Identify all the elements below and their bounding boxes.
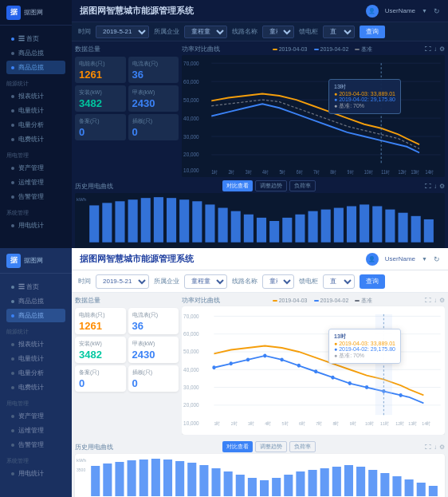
- svg-text:6时: 6时: [299, 420, 305, 425]
- legend-item-date2-2: 2019-04-02: [314, 298, 349, 303]
- sidebar-item-overview[interactable]: 商品总揽: [6, 46, 65, 60]
- svg-text:70,000: 70,000: [183, 60, 199, 66]
- legend-item-base: 基准: [355, 45, 372, 53]
- settings-icon2[interactable]: ⚙: [439, 297, 445, 304]
- svg-rect-49: [347, 206, 356, 242]
- time-label2: 时间: [78, 277, 91, 286]
- sidebar-item-ops[interactable]: 运维管理: [6, 176, 65, 189]
- sidebar-item-label: 商品总揽: [18, 49, 44, 57]
- settings-icon3[interactable]: ⚙: [439, 444, 445, 451]
- time-select[interactable]: 2019-5-21: [96, 26, 149, 38]
- download-icon2[interactable]: ↓: [434, 297, 437, 304]
- time-label: 时间: [78, 27, 91, 36]
- sidebar-item-label2: ☰ 首页: [18, 282, 39, 291]
- svg-rect-102: [128, 460, 136, 496]
- tab-load2[interactable]: 负荷率: [289, 441, 316, 452]
- sidebar-item-overview-active[interactable]: 商品总揽: [6, 61, 65, 74]
- svg-rect-116: [296, 471, 305, 496]
- bar-chart-header: 历史用电曲线 对比查看 调整趋势 负荷率 ⛶ ↓ ⚙: [75, 180, 445, 191]
- svg-text:4时: 4时: [262, 170, 269, 176]
- metric-cards: 电能表(只) 1261 电流表(只) 36 安装(kW) 3482 甲表(kW)…: [75, 57, 179, 140]
- nav-dot: [11, 167, 14, 170]
- expand-icon3[interactable]: ⛶: [425, 444, 431, 451]
- svg-text:kWh: kWh: [77, 458, 86, 463]
- sidebar-item-home2[interactable]: ☰ 首页: [6, 280, 65, 294]
- sidebar-item-label: 电量统计: [18, 106, 44, 115]
- bar-chart-tabs2: 对比查看 调整趋势 负荷率: [222, 441, 316, 452]
- sidebar-item-electricity2[interactable]: 电量统计: [6, 352, 65, 365]
- metric-label: 备案(只): [79, 117, 122, 125]
- sidebar-item-report2[interactable]: 报表统计: [6, 337, 65, 351]
- svg-rect-108: [199, 465, 208, 496]
- company-select[interactable]: 童程童: [184, 26, 227, 38]
- sidebar-item-assets2[interactable]: 资产管理: [6, 409, 65, 423]
- metric-value: 36: [132, 69, 175, 80]
- sidebar-item-overview2[interactable]: 商品总揽: [6, 294, 65, 308]
- svg-rect-30: [102, 203, 112, 242]
- feeder-select2[interactable]: 直 57/23: [323, 274, 355, 289]
- tab-trend[interactable]: 调整趋势: [255, 180, 287, 191]
- svg-text:12时: 12时: [395, 420, 404, 425]
- sidebar-item-cost[interactable]: 电费统计: [6, 132, 65, 146]
- download-icon[interactable]: ↓: [434, 45, 437, 53]
- sidebar-item-analysis[interactable]: 电量分析: [6, 118, 65, 132]
- settings-icon[interactable]: ⚙: [439, 45, 445, 53]
- svg-text:13时: 13时: [408, 420, 417, 425]
- refresh-icon2[interactable]: ↻: [434, 255, 440, 263]
- legend-item-date1: 2019-04-03: [273, 46, 308, 52]
- nav-section-home: ☰ 首页 商品总揽 商品总揽: [0, 29, 72, 77]
- metric-label2: 安装(kW): [79, 340, 122, 348]
- refresh-icon[interactable]: ↻: [434, 7, 440, 15]
- sidebar-item-alarm[interactable]: 告警管理: [6, 190, 65, 203]
- time-select2[interactable]: 2019-5-21: [96, 274, 149, 289]
- feeder-select[interactable]: 直 57/23: [323, 26, 355, 38]
- svg-point-71: [246, 357, 250, 361]
- tab-load[interactable]: 负荷率: [289, 180, 316, 191]
- expand-icon2[interactable]: ⛶: [425, 297, 431, 304]
- nav-dot2: [11, 286, 14, 289]
- bar-chart-tabs: 对比查看 调整趋势 负荷率: [222, 180, 316, 191]
- metric-value: 1261: [79, 69, 122, 80]
- sidebar-item-assets[interactable]: 资产管理: [6, 161, 65, 175]
- query-button2[interactable]: 查询: [360, 274, 385, 289]
- feeder-label: 馈电柜: [299, 27, 318, 36]
- tab-trend2[interactable]: 调整趋势: [255, 441, 287, 452]
- expand-icon[interactable]: ⛶: [425, 45, 431, 53]
- download-icon[interactable]: ↓: [434, 183, 437, 190]
- svg-text:14时: 14时: [426, 170, 434, 176]
- main-content-light: 据图网智慧城市能源管理系统 👤 UserName ▼ ↻ 时间 2019-5-2…: [72, 248, 448, 497]
- svg-rect-119: [332, 467, 341, 496]
- tab-contrast[interactable]: 对比查看: [222, 180, 253, 191]
- company-select2[interactable]: 童程童: [184, 274, 227, 289]
- tab-contrast2[interactable]: 对比查看: [222, 441, 253, 452]
- dashboard-light: 据 据图网 ☰ 首页 商品总揽 商品总揽 能源统计: [0, 248, 448, 497]
- line-select2[interactable]: 童程: [262, 274, 294, 289]
- nav-dot2: [11, 372, 14, 375]
- sidebar-item-report[interactable]: 报表统计: [6, 89, 65, 103]
- metric-label2: 插板(只): [132, 369, 175, 377]
- nav-section-manage: 用电管理 资产管理 运维管理 告警管理: [0, 148, 72, 206]
- line-label2: 线路名称: [232, 277, 257, 286]
- line-chart-panel2: 功率对比曲线 2019-04-03 2019-04-02 基准: [182, 296, 445, 435]
- svg-rect-82: [375, 314, 392, 415]
- sidebar-item-overview2-active[interactable]: 商品总揽: [6, 309, 65, 322]
- sidebar-item-alarm2[interactable]: 告警管理: [6, 438, 65, 452]
- query-button[interactable]: 查询: [360, 26, 385, 38]
- sidebar-item-ops2[interactable]: 运维管理: [6, 424, 65, 437]
- settings-icon[interactable]: ⚙: [439, 183, 445, 190]
- metric-label: 电流表(只): [132, 60, 175, 68]
- svg-rect-106: [175, 461, 184, 496]
- sidebar-item-electricity[interactable]: 电量统计: [6, 104, 65, 117]
- download-icon3[interactable]: ↓: [434, 444, 437, 451]
- svg-text:20,000: 20,000: [183, 402, 199, 408]
- expand-icon[interactable]: ⛶: [425, 183, 431, 190]
- sidebar-item-home[interactable]: ☰ 首页: [6, 32, 65, 45]
- sidebar-item-system2[interactable]: 用电统计: [6, 467, 65, 480]
- line-select[interactable]: 童程: [262, 26, 294, 38]
- metric-cards2: 电能表(只) 1261 电流表(只) 36 安装(kW) 3482 甲表(kW)…: [75, 308, 179, 392]
- sidebar-item-system[interactable]: 用电统计: [6, 219, 65, 232]
- sidebar-item-analysis2[interactable]: 电量分析: [6, 366, 65, 380]
- sidebar-item-cost2[interactable]: 电费统计: [6, 381, 65, 394]
- nav-dot2: [11, 444, 14, 447]
- metric-label: 甲表(kW): [132, 89, 175, 97]
